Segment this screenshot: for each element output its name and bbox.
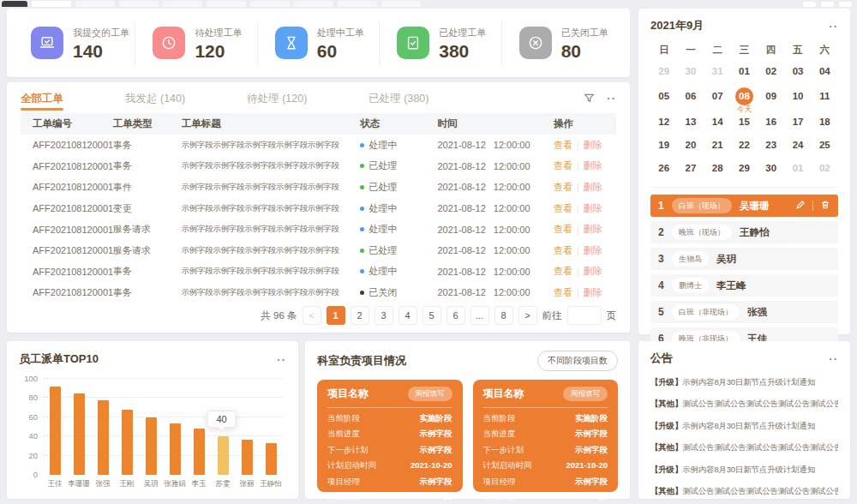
page-ellipsis[interactable]: ... bbox=[470, 306, 489, 325]
top-control[interactable] bbox=[821, 2, 834, 7]
calendar-day[interactable]: 27 bbox=[677, 156, 704, 179]
page-button[interactable]: 1 bbox=[327, 306, 345, 325]
top-tab[interactable] bbox=[207, 1, 246, 7]
top-control[interactable] bbox=[803, 2, 816, 7]
top-control[interactable] bbox=[839, 2, 852, 7]
schedule-item[interactable]: 2晚班（现场）王静怡 bbox=[650, 221, 838, 243]
tab-all[interactable]: 全部工单 bbox=[21, 84, 63, 112]
calendar-day[interactable]: 29 bbox=[650, 59, 677, 82]
bar[interactable] bbox=[98, 400, 109, 475]
calendar-day[interactable]: 29 bbox=[731, 156, 758, 179]
view-link[interactable]: 查看 bbox=[554, 223, 572, 236]
project-card[interactable]: 项目名称周报填写当前阶段实施阶段当前进度示例字段下一步计划示例字段计划启动时间2… bbox=[317, 380, 463, 492]
weekly-report-badge[interactable]: 周报填写 bbox=[563, 387, 608, 401]
bar[interactable] bbox=[122, 410, 133, 475]
calendar-day[interactable]: 02 bbox=[758, 59, 784, 82]
tab-done[interactable]: 已处理 (380) bbox=[369, 84, 428, 112]
top-tab[interactable] bbox=[381, 1, 421, 7]
tab-mine[interactable]: 我发起 (140) bbox=[125, 84, 185, 112]
page-button[interactable]: 2 bbox=[351, 306, 369, 325]
schedule-item[interactable]: 4鹏博士李王峰 bbox=[650, 274, 838, 297]
delete-link[interactable]: 删除 bbox=[584, 159, 602, 172]
announcement-item[interactable]: 【其他】测试公告测试公告测试公告测试公告测试公告 bbox=[650, 486, 838, 497]
stage-count-button[interactable]: 不同阶段项目数 bbox=[537, 351, 618, 371]
top-tab-strip[interactable] bbox=[0, 0, 857, 7]
schedule-item[interactable]: 5白班（非现场）张强 bbox=[650, 301, 838, 323]
calendar-day-today[interactable]: 08今天 bbox=[731, 82, 758, 110]
calendar-day[interactable]: 19 bbox=[650, 133, 677, 156]
calendar-day[interactable]: 15 bbox=[731, 110, 758, 133]
bar[interactable] bbox=[242, 440, 253, 475]
schedule-item[interactable]: 1白班（现场）吴珊珊 bbox=[650, 195, 838, 217]
calendar-day[interactable]: 18 bbox=[812, 110, 838, 133]
calendar-day[interactable]: 14 bbox=[704, 110, 731, 133]
bar[interactable] bbox=[146, 417, 157, 475]
calendar-day[interactable]: 23 bbox=[758, 133, 784, 156]
top-tab[interactable] bbox=[75, 1, 115, 7]
page-button[interactable]: 8 bbox=[494, 306, 513, 325]
bar[interactable] bbox=[50, 387, 61, 475]
schedule-item[interactable]: 3生物岛吴玥 bbox=[650, 248, 838, 270]
calendar-day[interactable]: 05 bbox=[650, 82, 677, 110]
bar[interactable] bbox=[218, 436, 229, 475]
bar[interactable] bbox=[194, 429, 205, 475]
goto-page-input[interactable] bbox=[567, 306, 602, 325]
calendar-day[interactable]: 01 bbox=[731, 59, 758, 82]
delete-link[interactable]: 删除 bbox=[584, 286, 602, 299]
calendar-day[interactable]: 12 bbox=[650, 110, 677, 133]
top-tab[interactable] bbox=[2, 1, 27, 7]
announcement-item[interactable]: 【其他】测试公告测试公告测试公告测试公告测试公告 bbox=[650, 399, 838, 410]
calendar-day[interactable]: 13 bbox=[677, 110, 704, 133]
tab-pending[interactable]: 待处理 (120) bbox=[247, 84, 307, 112]
delete-link[interactable]: 删除 bbox=[584, 202, 602, 215]
edit-icon[interactable] bbox=[795, 198, 806, 213]
calendar-day[interactable]: 30 bbox=[677, 59, 704, 82]
top-tab[interactable] bbox=[163, 1, 202, 7]
more-icon[interactable]: ·· bbox=[277, 354, 286, 365]
page-button[interactable]: 5 bbox=[423, 306, 441, 325]
top-tab[interactable] bbox=[32, 1, 71, 7]
delete-link[interactable]: 删除 bbox=[584, 139, 602, 152]
view-link[interactable]: 查看 bbox=[554, 286, 572, 299]
calendar-day[interactable]: 25 bbox=[812, 133, 838, 156]
delete-link[interactable]: 删除 bbox=[584, 181, 602, 194]
calendar-day[interactable]: 24 bbox=[784, 133, 811, 156]
page-button[interactable]: 6 bbox=[446, 306, 465, 325]
prev-page-button[interactable]: < bbox=[303, 306, 321, 325]
announcement-item[interactable]: 【升级】示例内容8月30日新节点升级计划通知 bbox=[650, 465, 838, 476]
view-link[interactable]: 查看 bbox=[554, 181, 572, 194]
calendar-day[interactable]: 21 bbox=[704, 133, 731, 156]
calendar-day[interactable]: 02 bbox=[812, 156, 838, 179]
bar[interactable] bbox=[266, 443, 277, 475]
calendar-day[interactable]: 01 bbox=[784, 156, 811, 179]
calendar-day[interactable]: 26 bbox=[650, 156, 677, 179]
announcement-item[interactable]: 【升级】示例内容8月30日新节点升级计划通知 bbox=[650, 377, 838, 388]
page-button[interactable]: 4 bbox=[399, 306, 417, 325]
top-tab[interactable] bbox=[250, 1, 290, 7]
view-link[interactable]: 查看 bbox=[554, 265, 572, 278]
more-icon[interactable]: ·· bbox=[829, 21, 838, 32]
more-icon[interactable]: ·· bbox=[829, 353, 838, 364]
bar[interactable] bbox=[170, 423, 181, 475]
calendar-day[interactable]: 30 bbox=[758, 156, 784, 179]
calendar-day[interactable]: 09 bbox=[758, 82, 784, 110]
next-page-button[interactable]: > bbox=[518, 306, 537, 325]
page-button[interactable]: 3 bbox=[375, 306, 393, 325]
calendar-day[interactable]: 31 bbox=[704, 59, 731, 82]
calendar-day[interactable]: 16 bbox=[758, 110, 784, 133]
view-link[interactable]: 查看 bbox=[554, 244, 572, 257]
delete-link[interactable]: 删除 bbox=[584, 265, 602, 278]
view-link[interactable]: 查看 bbox=[554, 202, 572, 215]
calendar-day[interactable]: 28 bbox=[704, 156, 731, 179]
view-link[interactable]: 查看 bbox=[554, 139, 572, 152]
top-tab[interactable] bbox=[294, 1, 333, 7]
delete-link[interactable]: 删除 bbox=[584, 244, 602, 257]
more-icon[interactable]: ·· bbox=[607, 93, 616, 104]
announcement-item[interactable]: 【升级】示例内容8月30日新节点升级计划通知 bbox=[650, 421, 838, 432]
filter-icon[interactable] bbox=[584, 93, 595, 104]
calendar-day[interactable]: 04 bbox=[812, 59, 838, 82]
calendar-day[interactable]: 10 bbox=[784, 82, 811, 110]
calendar-day[interactable]: 07 bbox=[704, 82, 731, 110]
calendar-day[interactable]: 17 bbox=[784, 110, 811, 133]
calendar-day[interactable]: 11 bbox=[812, 82, 838, 110]
